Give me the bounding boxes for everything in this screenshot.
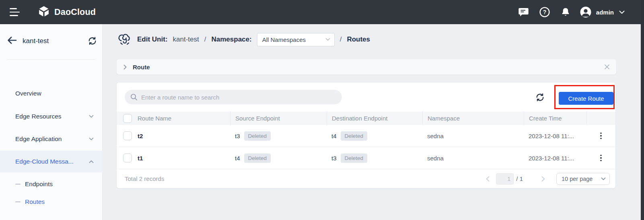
chevron-right-icon: [541, 176, 545, 182]
per-page-value: 10 per page: [562, 176, 593, 182]
destination-endpoint: t3: [331, 155, 337, 162]
sidebar-item-edge-cloud-message[interactable]: Edge-Cloud Messa...: [0, 151, 103, 172]
create-time-value: 2023-12-08 11:...: [524, 155, 586, 162]
source-endpoint-cell: t3 Deleted: [230, 131, 327, 141]
help-button[interactable]: ?: [539, 6, 550, 18]
breadcrumb-separator: /: [204, 35, 206, 44]
namespace-select[interactable]: All Namespaces: [257, 33, 335, 46]
user-menu[interactable]: admin: [579, 6, 625, 19]
column-destination-endpoint: Destination Endpoint: [327, 112, 422, 125]
edge-unit-icon: [117, 32, 132, 47]
unit-title: kant-test: [23, 37, 49, 45]
source-endpoint-cell: t4 Deleted: [230, 154, 327, 163]
column-source-endpoint: Source Endpoint: [230, 112, 327, 125]
edit-unit-label: Edit Unit:: [137, 35, 168, 44]
sidebar-item-edge-resources[interactable]: Edge Resources: [0, 108, 103, 125]
menu-toggle-icon[interactable]: [10, 8, 20, 16]
page-number-input[interactable]: 1: [496, 173, 514, 185]
namespace-value: All Namespaces: [262, 36, 306, 43]
per-page-select[interactable]: 10 per page: [556, 173, 610, 185]
prev-page-button[interactable]: [486, 176, 490, 182]
route-collapse-bar[interactable]: Route: [117, 59, 616, 75]
chevron-down-icon: [89, 137, 94, 141]
destination-endpoint-cell: t3 Deleted: [327, 154, 422, 163]
row-actions-menu[interactable]: [597, 131, 605, 141]
sidebar-item-routes[interactable]: Routes: [0, 193, 103, 211]
route-name: t1: [133, 155, 230, 162]
breadcrumb-separator: /: [340, 35, 342, 44]
search-box: [125, 90, 342, 104]
breadcrumb: Edit Unit: kant-test / Namespace: All Na…: [117, 30, 370, 49]
brand-name: DaoCloud: [54, 7, 96, 17]
chevron-down-icon: [619, 10, 625, 14]
route-bar-title: Route: [133, 64, 150, 71]
next-page-button[interactable]: [541, 176, 545, 182]
select-all-checkbox[interactable]: [123, 114, 132, 123]
destination-endpoint-cell: t4 Deleted: [327, 131, 422, 141]
status-badge: Deleted: [341, 131, 368, 141]
unit-name: kant-test: [173, 35, 199, 44]
page-total: / 1: [516, 175, 523, 182]
chevron-right-icon: [123, 64, 127, 70]
namespace-value: sedna: [422, 133, 524, 139]
sidebar-item-edge-application[interactable]: Edge Application: [0, 130, 103, 148]
window-edge-strip: [641, 0, 644, 220]
brand-logo[interactable]: DaoCloud: [37, 0, 96, 24]
sidebar-item-overview[interactable]: Overview: [0, 85, 103, 102]
sidebar-header: kant-test: [0, 24, 102, 59]
dash-icon: [15, 184, 21, 185]
username: admin: [596, 9, 614, 16]
header-actions: ? admin: [508, 0, 625, 24]
status-badge: Deleted: [244, 131, 271, 141]
create-route-button[interactable]: Create Route: [559, 92, 613, 105]
table-header: Route Name Source Endpoint Destination E…: [117, 112, 615, 125]
routes-panel: Create Route Route Name Source Endpoint …: [117, 83, 615, 188]
search-icon: [130, 93, 138, 101]
divider: [7, 59, 95, 60]
column-route-name: Route Name: [133, 112, 230, 125]
row-actions-menu[interactable]: [597, 153, 605, 164]
total-records: Total 2 records: [125, 175, 164, 182]
notifications-button[interactable]: [560, 6, 571, 18]
column-create-time: Create Time: [524, 112, 586, 125]
bell-icon: [560, 7, 571, 17]
message-icon: [518, 7, 529, 17]
source-endpoint: t4: [235, 155, 240, 162]
namespace-label: Namespace:: [211, 35, 251, 44]
row-checkbox[interactable]: [123, 131, 132, 140]
row-checkbox[interactable]: [123, 154, 132, 162]
refresh-icon: [535, 93, 545, 102]
switch-unit-button[interactable]: [88, 36, 97, 47]
svg-text:?: ?: [543, 9, 547, 15]
search-input[interactable]: [141, 94, 336, 101]
table-footer: Total 2 records 1 / 1 10 per page: [117, 169, 615, 188]
messages-button[interactable]: [518, 6, 529, 18]
sidebar-item-endpoints[interactable]: Endpoints: [0, 175, 103, 193]
sidebar: kant-test Overview Edge Resources Edge A…: [0, 24, 103, 220]
sidebar-item-app-mesh[interactable]: App Mesh: [0, 216, 103, 220]
destination-endpoint: t4: [331, 133, 337, 139]
daocloud-console: DaoCloud ?: [0, 0, 644, 220]
refresh-button[interactable]: [535, 93, 545, 104]
help-icon: ?: [539, 6, 550, 18]
chevron-left-icon: [486, 176, 490, 182]
sync-icon: [88, 36, 97, 46]
table-row: t2 t3 Deleted t4 Deleted sedna 2023-12-0…: [117, 125, 615, 147]
back-button[interactable]: [7, 36, 17, 46]
pagination: 1 / 1 10 per page: [486, 173, 610, 185]
avatar-icon: [579, 6, 592, 19]
close-icon[interactable]: [604, 64, 610, 70]
annotation-highlight-box: Create Route: [554, 85, 615, 109]
column-namespace: Namespace: [422, 112, 524, 125]
route-name: t2: [133, 133, 230, 139]
chevron-down-icon: [601, 177, 606, 181]
current-page-label: Routes: [347, 35, 370, 44]
dash-icon: [15, 201, 21, 203]
chevron-down-icon: [325, 38, 330, 41]
namespace-value: sedna: [422, 155, 524, 162]
create-time-value: 2023-12-08 11:...: [524, 133, 586, 139]
chevron-up-icon: [89, 160, 94, 163]
source-endpoint: t3: [235, 133, 240, 139]
header-checkbox-cell: [117, 114, 133, 123]
column-actions: [586, 112, 615, 125]
